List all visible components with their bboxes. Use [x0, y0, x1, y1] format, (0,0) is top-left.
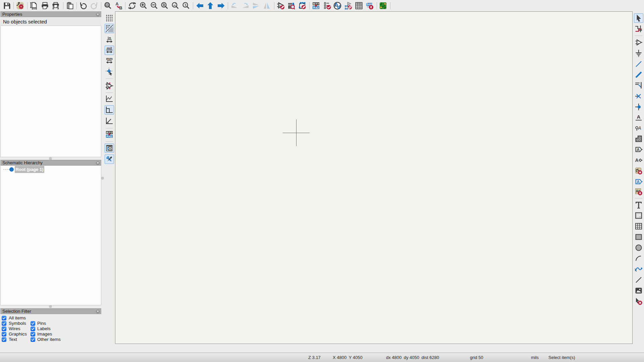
svg-text:mm: mm [106, 57, 113, 61]
svg-text:A: A [636, 189, 638, 193]
svg-text:A: A [106, 3, 108, 6]
svg-text:in: in [108, 36, 111, 40]
svg-text:A: A [637, 180, 640, 184]
svg-text:B: B [119, 5, 122, 10]
svg-text:mil: mil [107, 46, 112, 50]
svg-text:A: A [115, 2, 119, 6]
svg-text:A: A [638, 125, 641, 131]
svg-text:A: A [635, 158, 638, 163]
svg-text:A: A [637, 114, 641, 120]
svg-text:A: A [637, 147, 640, 152]
